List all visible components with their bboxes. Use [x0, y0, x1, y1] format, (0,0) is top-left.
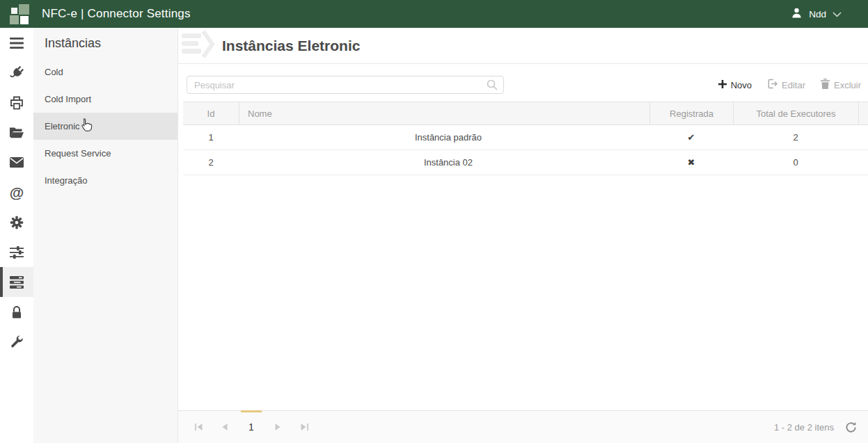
- trash-icon: [821, 79, 830, 91]
- cell-id: 1: [183, 125, 239, 150]
- toolbar-buttons: Novo Editar Excluir: [718, 79, 861, 91]
- search-wrap: [187, 76, 504, 94]
- sidebar-item-integracao[interactable]: Integração: [33, 167, 177, 194]
- instances-table: Id Nome Registrada Total de Executores 1…: [183, 102, 868, 175]
- pager-summary: 1 - 2 de 2 itens: [774, 422, 834, 433]
- selected-page-indicator: [241, 410, 262, 412]
- toolbar: Novo Editar Excluir: [187, 76, 861, 94]
- sliders-icon[interactable]: [0, 237, 33, 267]
- logo-square: [20, 16, 29, 24]
- column-header-registrada[interactable]: Registrada: [649, 102, 733, 124]
- top-header: NFC-e | Connector Settings Ndd: [0, 0, 868, 28]
- mail-icon[interactable]: [0, 147, 33, 177]
- edit-export-icon: [767, 79, 778, 91]
- page-header: Instâncias Eletronic: [178, 28, 868, 64]
- delete-button[interactable]: Excluir: [821, 79, 861, 91]
- lock-icon[interactable]: [0, 297, 33, 327]
- search-input[interactable]: [187, 76, 504, 94]
- check-icon: ✔: [649, 125, 733, 150]
- wrench-icon[interactable]: [0, 327, 33, 357]
- sidebar-item-eletronic[interactable]: Eletronic: [33, 113, 177, 140]
- edit-button[interactable]: Editar: [767, 79, 805, 91]
- column-header-total[interactable]: Total de Executores: [733, 102, 858, 124]
- column-header-id[interactable]: Id: [183, 102, 239, 124]
- printer-icon[interactable]: [0, 88, 33, 118]
- cell-nome: Instância padrão: [239, 125, 649, 150]
- sidebar-item-cold-import[interactable]: Cold Import: [33, 86, 177, 113]
- page-1-button[interactable]: 1: [238, 411, 265, 443]
- app-window: NFC-e | Connector Settings Ndd @: [0, 0, 868, 443]
- menu-icon[interactable]: [0, 28, 33, 58]
- app-logo: [8, 3, 32, 25]
- new-button[interactable]: Novo: [718, 80, 752, 90]
- sidebar-title: Instâncias: [33, 28, 177, 58]
- first-page-button[interactable]: [185, 411, 212, 443]
- column-header-spacer: [858, 102, 868, 124]
- previous-page-button[interactable]: [212, 411, 238, 443]
- sidebar-item-request-service[interactable]: Request Service: [33, 140, 177, 167]
- table-row[interactable]: 2 Instância 02 ✖ 0: [183, 150, 868, 175]
- chevron-down-icon: [833, 8, 842, 20]
- logo-square: [11, 8, 17, 14]
- plug-icon[interactable]: [0, 58, 33, 88]
- pager: 1 1 - 2 de 2 itens: [178, 410, 868, 443]
- table-header-row: Id Nome Registrada Total de Executores: [183, 102, 868, 125]
- cell-id: 2: [183, 150, 239, 175]
- cell-nome: Instância 02: [239, 150, 649, 175]
- search-icon[interactable]: [487, 79, 498, 93]
- gear-icon[interactable]: [0, 207, 33, 237]
- logo-square: [10, 15, 19, 24]
- column-header-nome[interactable]: Nome: [239, 102, 649, 124]
- sidebar-item-cold[interactable]: Cold: [33, 58, 177, 86]
- next-page-button[interactable]: [265, 411, 291, 443]
- user-menu[interactable]: Ndd: [791, 7, 868, 22]
- user-name: Ndd: [809, 9, 826, 19]
- logo-square: [19, 4, 29, 15]
- cell-executores: 2: [733, 125, 858, 150]
- table-row[interactable]: 1 Instância padrão ✔ 2: [183, 125, 868, 150]
- server-icon[interactable]: [0, 267, 33, 297]
- cross-icon: ✖: [649, 150, 733, 175]
- instances-ghost-icon: [180, 29, 216, 63]
- cell-executores: 0: [733, 150, 858, 175]
- main-content: Instâncias Eletronic Novo: [177, 28, 868, 443]
- icon-rail: @: [0, 28, 33, 443]
- user-icon: [791, 7, 803, 22]
- page-title: Instâncias Eletronic: [222, 38, 360, 54]
- sidebar: Instâncias Cold Cold Import Eletronic Re…: [33, 28, 177, 443]
- folder-open-icon[interactable]: [0, 118, 33, 147]
- refresh-icon[interactable]: [845, 421, 857, 433]
- at-sign-icon[interactable]: @: [0, 177, 33, 207]
- app-title: NFC-e | Connector Settings: [42, 7, 191, 21]
- plus-icon: [718, 80, 727, 90]
- last-page-button[interactable]: [291, 411, 317, 443]
